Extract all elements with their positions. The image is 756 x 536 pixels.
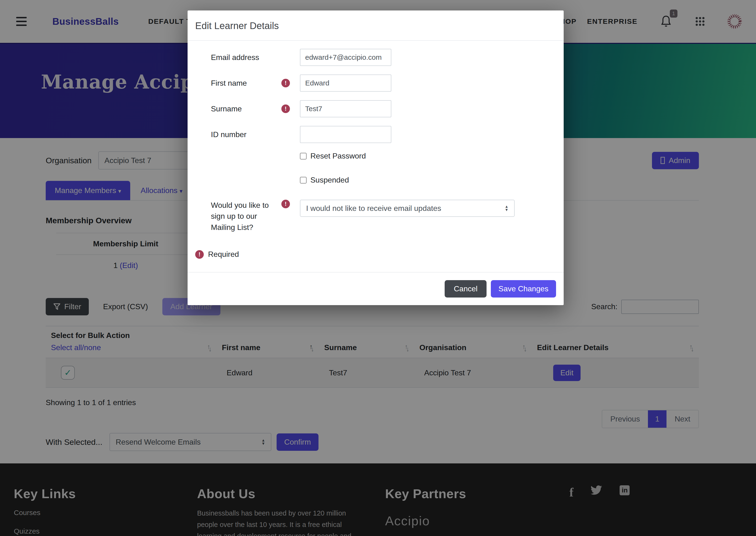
id-number-label: ID number <box>211 129 281 140</box>
email-label: Email address <box>211 52 281 63</box>
suspended-checkbox[interactable] <box>300 177 307 184</box>
page: BusinessBalls DEFAULT TENANT SHOP ENTERP… <box>0 0 756 536</box>
reset-password-row: Reset Password <box>300 151 556 160</box>
id-number-row: ID number <box>195 126 556 143</box>
mailing-list-row: Would you like to sign up to our Mailing… <box>195 200 556 233</box>
required-note: ! Required <box>195 250 556 259</box>
reset-password-checkbox[interactable] <box>300 153 307 159</box>
mailing-list-select[interactable]: I would not like to receive email update… <box>300 200 515 217</box>
mailing-list-label: Would you like to sign up to our Mailing… <box>211 200 281 233</box>
email-input[interactable] <box>300 49 391 66</box>
required-exclamation-icon: ! <box>195 250 204 259</box>
cancel-button[interactable]: Cancel <box>444 280 486 297</box>
id-number-input[interactable] <box>300 126 391 143</box>
required-exclamation-icon: ! <box>281 200 290 208</box>
suspended-label: Suspended <box>311 176 349 184</box>
edit-learner-modal: Edit Learner Details Email address First… <box>187 11 564 305</box>
modal-header: Edit Learner Details <box>187 11 564 41</box>
modal-title: Edit Learner Details <box>195 20 556 31</box>
first-name-input[interactable] <box>300 75 391 92</box>
email-row: Email address <box>195 49 556 66</box>
first-name-label: First name <box>211 78 281 88</box>
surname-row: Surname ! <box>195 100 556 117</box>
required-exclamation-icon: ! <box>281 79 290 87</box>
suspended-row: Suspended <box>300 176 556 184</box>
modal-body: Email address First name ! Surname ! ID … <box>187 41 564 272</box>
surname-label: Surname <box>211 103 281 114</box>
select-arrows-icon: ▲▼ <box>505 205 509 212</box>
first-name-row: First name ! <box>195 75 556 92</box>
save-changes-button[interactable]: Save Changes <box>491 280 556 297</box>
modal-footer: Cancel Save Changes <box>187 272 564 305</box>
required-note-text: Required <box>208 250 239 259</box>
required-exclamation-icon: ! <box>281 105 290 113</box>
surname-input[interactable] <box>300 100 391 117</box>
reset-password-label: Reset Password <box>311 151 366 160</box>
